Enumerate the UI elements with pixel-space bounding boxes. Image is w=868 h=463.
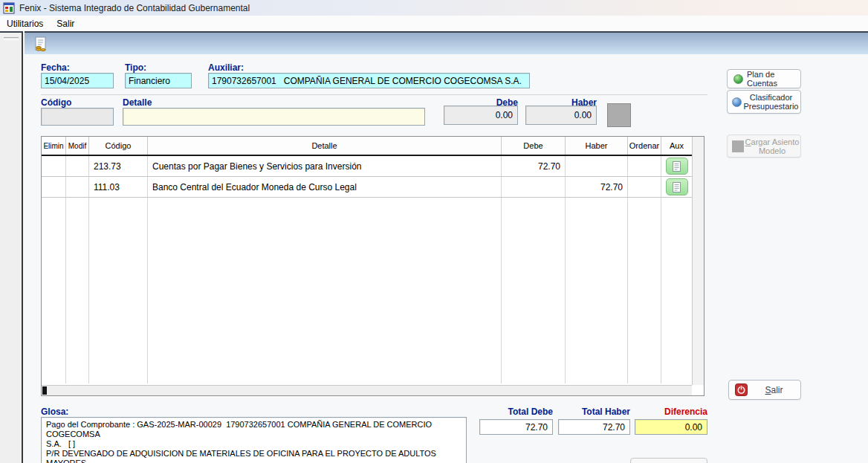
empty-col: [148, 198, 502, 383]
header-debe: Debe: [502, 137, 566, 155]
empty-col: [628, 198, 661, 383]
header-codigo: Código: [89, 137, 148, 155]
table-horizontal-scrollbar[interactable]: [42, 385, 692, 395]
clasificador-presupuestario-button[interactable]: Clasificador Presupuestario: [727, 90, 801, 114]
diferencia-value: 0.00: [635, 419, 707, 435]
panel-grip[interactable]: [4, 37, 19, 40]
document-icon: [673, 161, 681, 172]
tipo-label: Tipo:: [125, 62, 146, 73]
cell-haber: [566, 156, 628, 176]
window-title: Fenix - Sistema Integrado de Contabilida…: [19, 3, 250, 13]
header-haber: Haber: [566, 137, 628, 155]
aux-button[interactable]: [666, 158, 688, 175]
header-ordenar: Ordenar: [628, 137, 661, 155]
add-entry-button[interactable]: [607, 103, 631, 127]
empty-col: [89, 198, 148, 383]
blue-sphere-icon: [732, 97, 742, 107]
detalle-label: Detalle: [123, 97, 152, 108]
debe-entry-value: 0.00: [444, 106, 518, 125]
left-side-panel[interactable]: [0, 31, 23, 463]
scrollbar-thumb[interactable]: [42, 386, 47, 395]
detalle-entry-input[interactable]: [123, 108, 425, 126]
table-row[interactable]: 213.73 Cuentas por Pagar Bienes y Servic…: [42, 156, 704, 177]
cell-codigo: 111.03: [89, 177, 148, 197]
total-haber-value: 72.70: [558, 419, 630, 435]
document-icon: [673, 182, 681, 192]
glosa-textarea[interactable]: Pago del Comprobante : GAS-2025-MAR-0002…: [41, 417, 467, 463]
cell-detalle: Cuentas por Pagar Bienes y Servicios par…: [148, 156, 502, 176]
form-toolbar: [25, 31, 868, 54]
new-voucher-icon[interactable]: [33, 36, 50, 53]
total-haber-label: Total Haber: [558, 407, 630, 417]
glosa-label: Glosa:: [41, 407, 68, 417]
green-sphere-icon: [733, 74, 743, 84]
haber-entry-value: 0.00: [525, 106, 597, 125]
header-aux: Aux: [661, 137, 692, 155]
table-vertical-scrollbar[interactable]: [692, 137, 704, 385]
app-window-icon: [3, 2, 15, 14]
empty-col: [566, 198, 628, 383]
cell-modif[interactable]: [66, 177, 89, 197]
cell-modif[interactable]: [66, 156, 89, 176]
application-window: Fenix - Sistema Integrado de Contabilida…: [0, 0, 868, 463]
cell-debe: 72.70: [502, 156, 566, 176]
auxiliar-input[interactable]: [208, 73, 530, 88]
separator-line: [41, 94, 707, 95]
cell-detalle: Banco Central del Ecuador Moneda de Curs…: [148, 177, 502, 197]
table-header-row: Elimin Modif Código Detalle Debe Haber O…: [42, 137, 704, 156]
codigo-entry-input[interactable]: [41, 108, 114, 126]
table-empty-area: [42, 198, 704, 383]
cell-aux: [661, 156, 692, 176]
cell-ordenar[interactable]: [628, 156, 661, 176]
codigo-label: Código: [41, 97, 71, 108]
empty-col: [66, 198, 89, 383]
title-bar: Fenix - Sistema Integrado de Contabilida…: [0, 0, 868, 16]
cell-ordenar[interactable]: [628, 177, 661, 197]
salir-button[interactable]: Salir: [728, 380, 801, 400]
cell-debe: [502, 177, 566, 197]
cell-haber: 72.70: [566, 177, 628, 197]
menu-item-utilitarios[interactable]: Utilitarios: [0, 16, 50, 31]
cell-elimin[interactable]: [42, 156, 66, 176]
total-debe-value: 72.70: [479, 419, 553, 435]
empty-col: [661, 198, 692, 383]
menu-item-salir[interactable]: Salir: [50, 16, 81, 31]
cargar-asiento-label: Cargar Asiento Modelo: [744, 137, 800, 155]
fecha-input[interactable]: [41, 73, 114, 88]
gray-square-icon: [732, 140, 744, 152]
menu-bar: Utilitarios Salir: [0, 16, 868, 31]
power-icon: [735, 383, 748, 396]
empty-col: [42, 198, 66, 383]
total-debe-label: Total Debe: [479, 407, 553, 417]
salir-label: Salir: [748, 385, 800, 395]
partially-visible-button[interactable]: [630, 458, 707, 463]
entries-table: Elimin Modif Código Detalle Debe Haber O…: [41, 136, 705, 396]
header-detalle: Detalle: [148, 137, 502, 155]
header-modif: Modif: [66, 137, 89, 155]
cell-aux: [661, 177, 692, 197]
empty-col: [502, 198, 566, 383]
tipo-input[interactable]: [125, 73, 192, 88]
auxiliar-label: Auxiliar:: [208, 62, 244, 73]
plan-de-cuentas-label: Plan de Cuentas: [747, 70, 800, 88]
table-row[interactable]: 111.03 Banco Central del Ecuador Moneda …: [42, 177, 704, 198]
cell-codigo: 213.73: [89, 156, 148, 176]
plan-de-cuentas-button[interactable]: Plan de Cuentas: [727, 69, 801, 88]
header-elimin: Elimin: [42, 137, 66, 155]
cargar-asiento-modelo-button[interactable]: Cargar Asiento Modelo: [727, 135, 801, 158]
cell-elimin[interactable]: [42, 177, 66, 197]
fecha-label: Fecha:: [41, 62, 70, 73]
diferencia-label: Diferencia: [635, 407, 707, 417]
clasificador-label: Clasificador Presupuestario: [742, 93, 800, 111]
aux-button[interactable]: [666, 178, 688, 195]
